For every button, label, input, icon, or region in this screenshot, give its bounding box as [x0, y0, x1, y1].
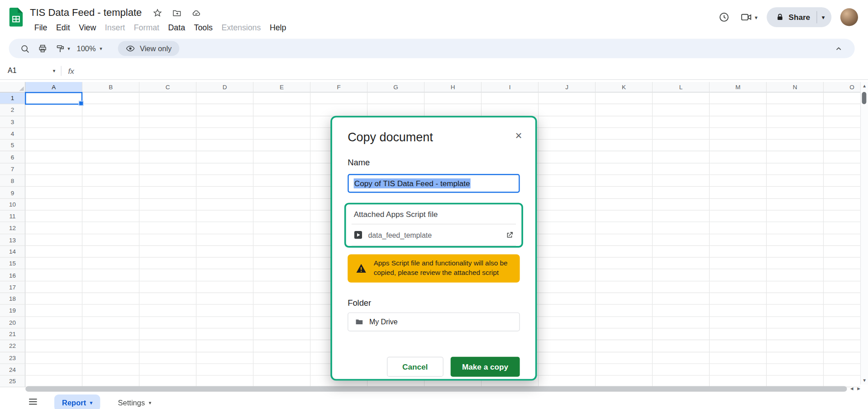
cell-B17[interactable] [82, 281, 139, 293]
cell-J21[interactable] [539, 328, 596, 340]
cell-K11[interactable] [596, 211, 653, 222]
cell-A6[interactable] [25, 152, 82, 164]
row-header-8[interactable]: 8 [0, 175, 25, 187]
cell-C7[interactable] [139, 164, 196, 175]
cell-E22[interactable] [253, 340, 310, 352]
cell-L14[interactable] [653, 246, 710, 258]
row-header-22[interactable]: 22 [0, 340, 25, 352]
cell-L24[interactable] [653, 364, 710, 375]
fill-handle[interactable] [79, 101, 84, 106]
cell-M11[interactable] [710, 211, 767, 222]
cell-A15[interactable] [25, 258, 82, 269]
cell-K8[interactable] [596, 175, 653, 187]
cell-G2[interactable] [367, 104, 424, 116]
column-header-L[interactable]: L [653, 82, 710, 92]
cell-L16[interactable] [653, 269, 710, 281]
cell-O20[interactable] [824, 317, 860, 328]
cell-J6[interactable] [539, 152, 596, 164]
meet-video-call-button[interactable]: ▾ [740, 11, 758, 23]
cell-O5[interactable] [824, 140, 860, 151]
row-header-18[interactable]: 18 [0, 293, 25, 305]
cell-K12[interactable] [596, 222, 653, 234]
share-dropdown-button[interactable]: ▾ [817, 11, 831, 23]
column-header-G[interactable]: G [367, 82, 424, 92]
cell-O9[interactable] [824, 187, 860, 199]
cell-D24[interactable] [196, 364, 253, 375]
cloud-status-icon[interactable] [191, 8, 201, 18]
row-header-12[interactable]: 12 [0, 222, 25, 234]
move-folder-icon[interactable] [172, 8, 182, 18]
cell-A2[interactable] [25, 104, 82, 116]
cell-E6[interactable] [253, 152, 310, 164]
cell-C17[interactable] [139, 281, 196, 293]
cell-B15[interactable] [82, 258, 139, 269]
cell-O7[interactable] [824, 164, 860, 175]
cell-O1[interactable] [824, 92, 860, 104]
cell-L23[interactable] [653, 352, 710, 364]
cell-J12[interactable] [539, 222, 596, 234]
sheet-tab-report[interactable]: Report▾ [54, 395, 100, 409]
cell-G1[interactable] [367, 92, 424, 104]
cell-N15[interactable] [767, 258, 824, 269]
cell-E24[interactable] [253, 364, 310, 375]
cell-N12[interactable] [767, 222, 824, 234]
cell-A11[interactable] [25, 211, 82, 222]
cell-E2[interactable] [253, 104, 310, 116]
cell-J23[interactable] [539, 352, 596, 364]
cell-N1[interactable] [767, 92, 824, 104]
cell-L3[interactable] [653, 116, 710, 128]
cell-D7[interactable] [196, 164, 253, 175]
cell-K18[interactable] [596, 293, 653, 305]
cell-O3[interactable] [824, 116, 860, 128]
close-icon[interactable]: × [515, 130, 522, 141]
cell-K21[interactable] [596, 328, 653, 340]
cell-A18[interactable] [25, 293, 82, 305]
cell-B16[interactable] [82, 269, 139, 281]
cell-N17[interactable] [767, 281, 824, 293]
row-header-14[interactable]: 14 [0, 246, 25, 258]
collapse-toolbar-icon[interactable] [830, 41, 847, 56]
cell-C22[interactable] [139, 340, 196, 352]
column-header-E[interactable]: E [253, 82, 310, 92]
document-name-input[interactable]: Copy of TIS Data Feed - template [348, 174, 520, 193]
cell-B7[interactable] [82, 164, 139, 175]
cell-B10[interactable] [82, 199, 139, 211]
cell-A4[interactable] [25, 128, 82, 140]
cell-N22[interactable] [767, 340, 824, 352]
row-header-6[interactable]: 6 [0, 152, 25, 164]
cell-E3[interactable] [253, 116, 310, 128]
cell-M17[interactable] [710, 281, 767, 293]
cell-O14[interactable] [824, 246, 860, 258]
folder-picker[interactable]: My Drive [348, 312, 520, 331]
cell-M9[interactable] [710, 187, 767, 199]
cell-J9[interactable] [539, 187, 596, 199]
cell-N9[interactable] [767, 187, 824, 199]
cell-B3[interactable] [82, 116, 139, 128]
cell-A5[interactable] [25, 140, 82, 151]
menu-help[interactable]: Help [265, 21, 291, 34]
column-header-M[interactable]: M [710, 82, 767, 92]
cell-B14[interactable] [82, 246, 139, 258]
cell-M1[interactable] [710, 92, 767, 104]
fx-icon[interactable]: fx [68, 66, 74, 75]
cell-E12[interactable] [253, 222, 310, 234]
cell-J5[interactable] [539, 140, 596, 151]
paint-format-icon[interactable] [52, 41, 69, 56]
row-header-20[interactable]: 20 [0, 317, 25, 328]
cell-J14[interactable] [539, 246, 596, 258]
open-in-new-icon[interactable] [506, 231, 514, 239]
cell-J11[interactable] [539, 211, 596, 222]
cell-F1[interactable] [310, 92, 367, 104]
cell-A3[interactable] [25, 116, 82, 128]
row-header-19[interactable]: 19 [0, 305, 25, 317]
cell-C6[interactable] [139, 152, 196, 164]
cell-K1[interactable] [596, 92, 653, 104]
cell-O16[interactable] [824, 269, 860, 281]
cell-A17[interactable] [25, 281, 82, 293]
cell-N23[interactable] [767, 352, 824, 364]
cell-E1[interactable] [253, 92, 310, 104]
cell-L17[interactable] [653, 281, 710, 293]
cell-N6[interactable] [767, 152, 824, 164]
cell-O13[interactable] [824, 234, 860, 246]
column-header-F[interactable]: F [310, 82, 367, 92]
